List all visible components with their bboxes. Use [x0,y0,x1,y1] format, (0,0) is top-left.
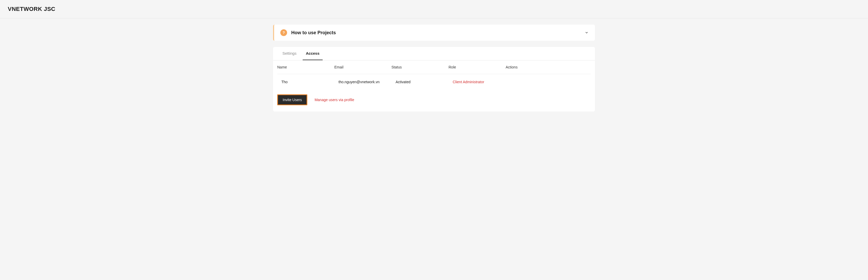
users-table: Name Email Status Role Actions Tho tho.n… [273,60,595,90]
cell-name: Tho [277,80,334,84]
th-status: Status [392,65,448,69]
role-text: Client Administrator [448,80,484,84]
page-header: VNETWORK JSC [0,0,868,19]
th-actions: Actions [506,65,591,69]
help-banner-title: How to use Projects [291,30,336,36]
help-banner[interactable]: ? How to use Projects [273,25,595,41]
tab-settings[interactable]: Settings [279,47,300,60]
table-row: Tho tho.nguyen@vnetwork.vn Activated Cli… [277,74,591,90]
th-role: Role [448,65,506,69]
tabs-bar: Settings Access [273,47,595,60]
help-banner-content: ? How to use Projects [280,29,336,36]
table-header-row: Name Email Status Role Actions [277,60,591,74]
manage-users-link[interactable]: Manage users via profile [315,98,354,102]
main-container: ? How to use Projects Settings Access Na… [273,19,595,118]
chevron-down-icon[interactable] [585,31,589,35]
invite-users-button[interactable]: Invite Users [277,94,307,105]
access-card: Settings Access Name Email Status Role A… [273,47,595,111]
company-title: VNETWORK JSC [8,6,860,12]
th-name: Name [277,65,334,69]
cell-email: tho.nguyen@vnetwork.vn [334,80,392,84]
actions-bar: Invite Users Manage users via profile [273,90,595,111]
help-icon: ? [280,29,287,36]
cell-actions [506,80,591,84]
cell-status: Activated [392,80,448,84]
cell-role: Client Administrator [448,80,506,84]
th-email: Email [334,65,392,69]
tab-access[interactable]: Access [303,47,323,60]
